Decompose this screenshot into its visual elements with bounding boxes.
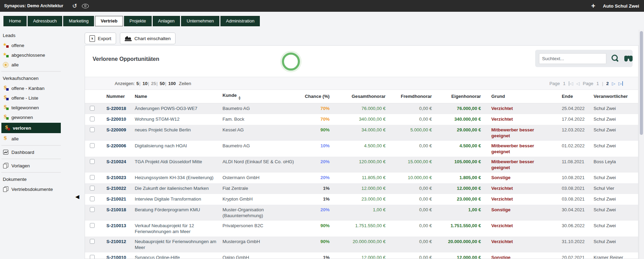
search-icon[interactable] (611, 54, 619, 63)
export-button[interactable]: Export (85, 33, 116, 44)
tab-adressbuch[interactable]: Adressbuch (28, 16, 63, 26)
table-row[interactable]: S-210012 Neubauprojekt für Ferienwohnung… (85, 237, 638, 252)
row-checkbox[interactable] (90, 207, 95, 212)
sidebar-item-offene-kanban[interactable]: offene - Kanban (0, 83, 73, 93)
tab-unternehmen[interactable]: Unternehmen (181, 16, 219, 26)
row-checkbox[interactable] (90, 255, 95, 259)
tab-anlagen[interactable]: Anlagen (153, 16, 180, 26)
column-header-kunde[interactable]: Kunde▵▿ (220, 90, 298, 103)
row-checkbox[interactable] (90, 223, 95, 228)
tab-marketing[interactable]: Marketing (63, 16, 94, 26)
table-row[interactable]: S-210018 Beratung Förderprogramm KMU Mus… (85, 205, 638, 221)
cell-nummer[interactable]: S-220006 (104, 141, 133, 157)
vertical-scrollbar[interactable] (639, 30, 644, 259)
table-row[interactable]: S-220010 Wohnung STGM-W12 Fam. Bock 70% … (85, 114, 638, 125)
row-checkbox[interactable] (90, 196, 95, 201)
cell-eigenhonorar: 29.000,00 € (434, 125, 483, 141)
sidebar-item-leads-offene[interactable]: offene (0, 40, 73, 50)
sidebar-collapse-icon[interactable]: ◀ (75, 194, 79, 200)
sidebar-divider (1, 172, 61, 173)
table-row[interactable]: S-220009 neues Projekt Schule Berlin Kes… (85, 125, 638, 141)
chart-toggle-button[interactable]: Chart einschalten (120, 33, 176, 44)
page-link-2[interactable]: 2 (606, 81, 609, 86)
search-box (535, 50, 633, 67)
sidebar-item-gewonnen[interactable]: gewonnen (0, 112, 73, 122)
row-checkbox[interactable] (90, 159, 95, 164)
add-button[interactable]: + (591, 2, 595, 10)
binoculars-icon[interactable] (624, 55, 633, 62)
page-link-1[interactable]: 1 (596, 81, 599, 86)
rows-option-10[interactable]: 10 (139, 81, 148, 86)
cell-grund: Verzichtet (483, 183, 560, 194)
row-checkbox[interactable] (90, 117, 95, 121)
column-header-verantwortlicher: Veranwortlicher (591, 90, 638, 103)
cell-nummer[interactable]: S-210010 (104, 252, 133, 259)
sort-icon[interactable]: ▵▿ (239, 96, 240, 100)
table-row[interactable]: S-220018 Änderungen POWS-OG3-WE7 Baumetr… (85, 103, 638, 114)
sidebar-item-dashboard[interactable]: Dashboard (0, 147, 73, 157)
sidebar-item-leads-abgeschlossene[interactable]: abgeschlossene (0, 50, 73, 60)
cell-eigenhonorar: 1.751.550,00 € (434, 221, 483, 237)
cell-eigenhonorar: 12.000,00 € (434, 183, 483, 194)
row-checkbox[interactable] (90, 186, 95, 191)
cell-verantwortlicher: Schul Zwei (591, 237, 638, 252)
first-page-icon[interactable]: ◁ (569, 81, 573, 86)
cell-gesamthonorar: 76.000,00 € (332, 103, 388, 114)
sidebar-divider (1, 71, 61, 72)
history-icon[interactable]: ↺ (72, 3, 77, 9)
eye-icon[interactable] (82, 4, 89, 8)
lead-all-icon (3, 62, 9, 67)
tab-home[interactable]: Home (3, 16, 27, 26)
cell-nummer[interactable]: S-210021 (104, 194, 133, 205)
cell-nummer[interactable]: S-210012 (104, 237, 133, 252)
table-row[interactable]: S-210010 Synapcus Online-Hilfe Qalgo Gmb… (85, 252, 638, 259)
tab-projekte[interactable]: Projekte (124, 16, 152, 26)
table-row[interactable]: S-210022 Die Zukunft der italienischen M… (85, 183, 638, 194)
cell-kunde: Baumetro AG (220, 103, 298, 114)
cell-verantwortlicher: Schul Zwei (591, 141, 638, 157)
cell-nummer[interactable]: S-210022 (104, 183, 133, 194)
rows-option-5[interactable]: 5 (136, 81, 139, 86)
user-name[interactable]: Auto Schul Zwei (603, 3, 639, 9)
cell-nummer[interactable]: S-210023 (104, 173, 133, 183)
cell-eigenhonorar: 340.000,00 € (434, 114, 483, 125)
prev-page-icon[interactable]: ◁ (576, 81, 580, 86)
scrollbar-thumb[interactable] (640, 31, 643, 135)
sidebar-item-teilgewonnen[interactable]: teilgewonnen (0, 103, 73, 112)
sidebar-item-vertriebsdokumente[interactable]: Vertriebsdokumente (0, 184, 73, 194)
table-row[interactable]: S-210023 Heizungssystem KH-334 (Erweiter… (85, 173, 638, 183)
sidebar-item-chancen-alle[interactable]: alle (0, 134, 73, 144)
cell-nummer[interactable]: S-220018 (104, 103, 133, 114)
last-page-icon[interactable]: ▷ (618, 81, 623, 86)
tab-vertrieb[interactable]: Vertrieb (95, 16, 123, 26)
cell-nummer[interactable]: S-210024 (104, 157, 133, 173)
row-checkbox[interactable] (90, 127, 95, 132)
table-row[interactable]: S-210021 Interview Digitale Transformati… (85, 194, 638, 205)
cell-nummer[interactable]: S-210013 (104, 221, 133, 237)
sidebar-item-offene-liste[interactable]: offene - Liste (0, 93, 73, 103)
cell-nummer[interactable]: S-220009 (104, 125, 133, 141)
search-input[interactable] (539, 53, 606, 64)
rows-option-100[interactable]: 100 (165, 81, 176, 86)
cell-grund: Sonstige (483, 173, 560, 183)
sidebar-item-verloren[interactable]: verloren (1, 123, 61, 133)
sidebar-item-leads-alle[interactable]: alle (0, 60, 73, 70)
cell-nummer[interactable]: S-210018 (104, 205, 133, 221)
table-row[interactable]: S-220006 Digitalisierung nach HOAI Baume… (85, 141, 638, 157)
cell-gesamthonorar: 120.000,00 € (332, 157, 388, 173)
cell-gesamthonorar: 34.000,00 € (332, 125, 388, 141)
cell-nummer[interactable]: S-220010 (104, 114, 133, 125)
row-checkbox[interactable] (90, 106, 95, 111)
row-checkbox[interactable] (90, 143, 95, 148)
row-checkbox[interactable] (90, 175, 95, 180)
rows-option-50[interactable]: 50 (156, 81, 165, 86)
table-row[interactable]: S-210013 Verkauf Neubauprojekt für 12 Fe… (85, 221, 638, 237)
cell-gesamthonorar: 20.000.000,00 € (332, 237, 388, 252)
cell-gesamthonorar: 12.000,00 € (332, 252, 388, 259)
next-page-icon[interactable]: ▷ (612, 81, 615, 86)
tab-administration[interactable]: Administration (220, 16, 260, 26)
sidebar-item-vorlagen[interactable]: Vorlagen (0, 161, 73, 170)
cell-chance: 20% (298, 205, 332, 221)
table-row[interactable]: S-210024 TGA Projekt Aldi Düsseldorf Mit… (85, 157, 638, 173)
row-checkbox[interactable] (90, 239, 95, 244)
